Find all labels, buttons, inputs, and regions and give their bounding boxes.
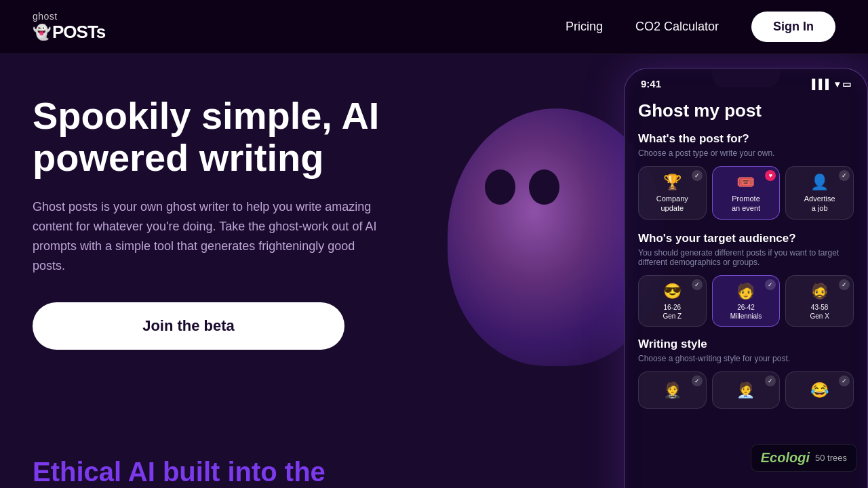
post-type-grid: ✓ 🏆 Companyupdate ♥ 🎟️ Promotean event ✓…	[638, 166, 854, 220]
millennials-check: ✓	[765, 279, 776, 290]
advertise-job-check: ✓	[839, 170, 850, 181]
hero-bottom-text: Ethical AI built into the	[33, 455, 326, 488]
hero-left: Spookily simple, AI powered writing Ghos…	[0, 54, 420, 488]
audience-millennials[interactable]: ✓ 🧑 26-42Millennials	[712, 275, 781, 327]
audience-label: Who's your target audience?	[638, 232, 854, 245]
writing-style-casual[interactable]: ✓ 😂	[785, 371, 854, 409]
phone-time: 9:41	[641, 78, 661, 89]
gen-z-label: 16-26Gen Z	[643, 303, 702, 321]
ghost-eye-left	[485, 169, 515, 205]
post-type-company-update[interactable]: ✓ 🏆 Companyupdate	[638, 166, 707, 220]
audience-grid: ✓ 😎 16-26Gen Z ✓ 🧑 26-42Millennials ✓ 🧔 …	[638, 275, 854, 327]
writing-style-grid: ✓ 🤵 ✓ 🧑‍💼 ✓ 😂	[638, 371, 854, 409]
post-type-desc: Choose a post type or write your own.	[638, 148, 854, 158]
post-type-label: What's the post for?	[638, 132, 854, 146]
post-type-advertise-job[interactable]: ✓ 👤 Advertisea job	[785, 166, 854, 220]
ecologi-badge[interactable]: Ecologi 50 trees	[751, 444, 857, 472]
writing-formal-emoji: 🤵	[663, 382, 682, 399]
advertise-job-label: Advertisea job	[790, 194, 849, 214]
writing-style-section: Writing style Choose a ghost-writing sty…	[638, 338, 854, 409]
gen-x-label: 43-58Gen X	[790, 303, 849, 321]
writing-style-desc: Choose a ghost-writing style for your po…	[638, 354, 854, 363]
ecologi-brand: Ecologi	[761, 450, 810, 466]
signal-icon: ▌▌▌	[812, 79, 832, 89]
logo-posts-text: POSTs	[52, 22, 105, 43]
audience-gen-z[interactable]: ✓ 😎 16-26Gen Z	[638, 275, 707, 327]
hero-right: 9:41 ▌▌▌ ▾ ▭ Ghost my post What's the po…	[420, 54, 868, 488]
ghost-eyes	[485, 169, 559, 205]
phone-mockup: 9:41 ▌▌▌ ▾ ▭ Ghost my post What's the po…	[624, 68, 868, 488]
ghost-eye-right	[529, 169, 559, 205]
company-update-label: Companyupdate	[643, 194, 702, 214]
phone-app-title: Ghost my post	[638, 100, 854, 121]
navbar: ghost 👻 POSTs Pricing CO2 Calculator Sig…	[0, 0, 868, 54]
main-content: Spookily simple, AI powered writing Ghos…	[0, 54, 868, 488]
logo-ghost-text: ghost	[33, 11, 58, 22]
company-update-check: ✓	[692, 170, 703, 181]
signin-button[interactable]: Sign In	[751, 12, 835, 42]
gen-x-check: ✓	[839, 279, 850, 290]
logo-skull-icon: 👻	[33, 24, 51, 41]
writing-style-formal[interactable]: ✓ 🤵	[638, 371, 707, 409]
nav-pricing-link[interactable]: Pricing	[566, 20, 603, 34]
writing-casual-check: ✓	[839, 375, 850, 386]
gen-z-check: ✓	[692, 279, 703, 290]
promote-event-label: Promotean event	[717, 194, 776, 214]
writing-business-emoji: 🧑‍💼	[736, 382, 755, 399]
ecologi-tree-count: 50 trees	[815, 453, 847, 463]
writing-business-check: ✓	[765, 375, 776, 386]
nav-co2-link[interactable]: CO2 Calculator	[635, 20, 719, 34]
writing-style-business[interactable]: ✓ 🧑‍💼	[712, 371, 781, 409]
join-beta-button[interactable]: Join the beta	[33, 302, 344, 350]
nav-links: Pricing CO2 Calculator Sign In	[566, 12, 835, 42]
phone-status-icons: ▌▌▌ ▾ ▭	[812, 79, 851, 89]
battery-icon: ▭	[842, 79, 851, 89]
audience-gen-x[interactable]: ✓ 🧔 43-58Gen X	[785, 275, 854, 327]
hero-title: Spookily simple, AI powered writing	[33, 95, 388, 178]
phone-notch	[712, 68, 780, 87]
logo[interactable]: ghost 👻 POSTs	[33, 11, 105, 43]
writing-casual-emoji: 😂	[810, 382, 829, 399]
audience-desc: You should generate different posts if y…	[638, 248, 854, 267]
writing-style-label: Writing style	[638, 338, 854, 351]
phone-content: Ghost my post What's the post for? Choos…	[625, 94, 867, 422]
millennials-label: 26-42Millennials	[717, 303, 776, 321]
hero-description: Ghost posts is your own ghost writer to …	[33, 197, 385, 275]
writing-formal-check: ✓	[692, 375, 703, 386]
post-type-promote-event[interactable]: ♥ 🎟️ Promotean event	[712, 166, 781, 220]
wifi-icon: ▾	[835, 79, 840, 89]
